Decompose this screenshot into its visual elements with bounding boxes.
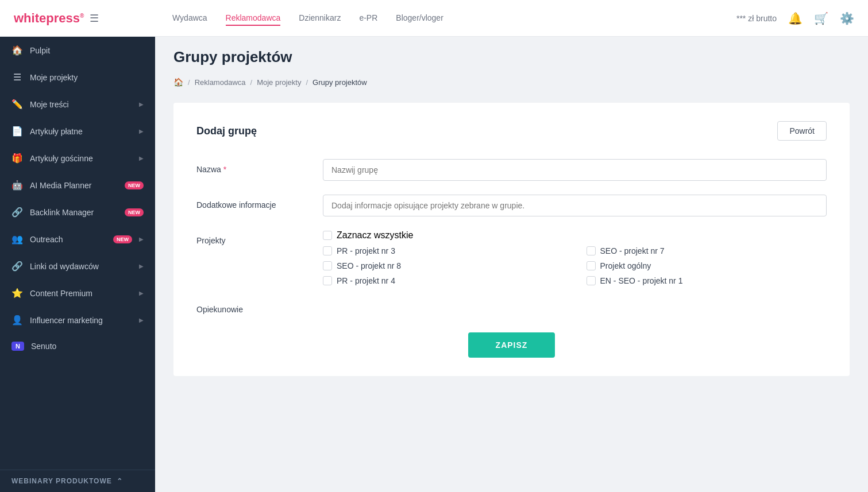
checkbox-select-all[interactable] [323, 231, 332, 240]
badge-new-ai: NEW [125, 181, 144, 189]
sidebar-label-artykuly-platne: Artykuły płatne [30, 127, 132, 136]
nav-epr[interactable]: e-PR [359, 11, 377, 26]
checkbox-en-seo-1-box[interactable] [587, 276, 596, 285]
sidebar-label-ai-media-planner: AI Media Planner [30, 181, 118, 190]
projects-checkbox-grid: Zaznacz wszystkie PR - projekt nr 3 SEO … [323, 230, 827, 285]
layout: 🏠 Pulpit ☰ Moje projekty ✏️ Moje treści … [0, 37, 868, 492]
form-card-header: Dodaj grupę Powrót [196, 121, 827, 141]
arrow-icon: ▶ [139, 236, 144, 242]
breadcrumb: 🏠 / Reklamodawca / Moje projekty / Grupy… [155, 71, 868, 94]
gift-icon: 🎁 [11, 153, 23, 164]
checkbox-all: Zaznacz wszystkie [323, 230, 827, 241]
nav-right: *** zł brutto 🔔 🛒 ⚙️ [736, 11, 854, 25]
sidebar-item-senuto[interactable]: N Senuto [0, 334, 155, 359]
sidebar-label-artykuly-goscinne: Artykuły gościnne [30, 154, 132, 163]
sidebar-label-moje-projekty: Moje projekty [30, 73, 144, 82]
logo-reg: ® [80, 12, 84, 18]
checkbox-seo-7-box[interactable] [587, 246, 596, 255]
sidebar-label-linki: Linki od wydawców [30, 262, 132, 271]
logo: whitepress® ☰ [14, 11, 163, 26]
hamburger-icon[interactable]: ☰ [90, 12, 99, 25]
input-wrap-informacje [323, 195, 827, 216]
list-icon: ☰ [11, 72, 23, 83]
form-card-title: Dodaj grupę [196, 125, 257, 137]
sidebar-label-backlink-manager: Backlink Manager [30, 208, 118, 217]
edit-icon: ✏️ [11, 99, 23, 110]
breadcrumb-current: Grupy projektów [313, 78, 367, 87]
checkbox-pr-3-box[interactable] [323, 246, 332, 255]
sidebar-item-backlink-manager[interactable]: 🔗 Backlink Manager NEW [0, 199, 155, 226]
breadcrumb-reklamodawca[interactable]: Reklamodawca [195, 78, 246, 87]
arrow-icon: ▶ [139, 101, 144, 107]
sidebar-label-senuto: Senuto [31, 342, 144, 351]
label-pr-3: PR - projekt nr 3 [337, 246, 395, 255]
save-button[interactable]: ZAPISZ [468, 332, 555, 358]
page-title: Grupy projektów [173, 48, 292, 66]
checkbox-seo-8: SEO - projekt nr 8 [323, 261, 564, 270]
label-informacje: Dodatkowe informacje [196, 195, 311, 210]
label-en-seo-1: EN - SEO - projekt nr 1 [600, 276, 683, 285]
ai-icon: 🤖 [11, 180, 23, 191]
breadcrumb-sep: / [306, 78, 308, 87]
home-icon[interactable]: 🏠 [173, 78, 183, 87]
checkbox-en-seo-1: EN - SEO - projekt nr 1 [587, 276, 827, 285]
sidebar-label-moje-tresci: Moje treści [30, 100, 132, 109]
cart-icon[interactable]: 🛒 [814, 11, 828, 25]
sidebar: 🏠 Pulpit ☰ Moje projekty ✏️ Moje treści … [0, 37, 155, 492]
sidebar-item-moje-projekty[interactable]: ☰ Moje projekty [0, 64, 155, 91]
nazwa-input[interactable] [323, 159, 827, 181]
arrow-icon: ▶ [139, 317, 144, 323]
nav-dziennikarz[interactable]: Dziennikarz [299, 11, 341, 26]
nav-bloger[interactable]: Bloger/vloger [396, 11, 443, 26]
back-button[interactable]: Powrót [777, 121, 827, 141]
settings-icon[interactable]: ⚙️ [840, 11, 854, 25]
sidebar-item-artykuly-goscinne[interactable]: 🎁 Artykuły gościnne ▶ [0, 145, 155, 172]
arrow-icon: ▶ [139, 290, 144, 296]
checkbox-seo-7: SEO - projekt nr 7 [587, 246, 827, 255]
badge-new-backlink: NEW [125, 208, 144, 216]
input-wrap-nazwa [323, 159, 827, 181]
chevron-up-icon: ⌃ [117, 477, 123, 485]
sidebar-item-ai-media-planner[interactable]: 🤖 AI Media Planner NEW [0, 172, 155, 199]
form-save-row: ZAPISZ [196, 332, 827, 358]
home-icon: 🏠 [11, 45, 23, 56]
logo-text: whitepress® [14, 11, 84, 26]
label-seo-7: SEO - projekt nr 7 [600, 246, 665, 255]
sidebar-item-outreach[interactable]: 👥 Outreach NEW ▶ [0, 226, 155, 253]
label-seo-8: SEO - projekt nr 8 [337, 261, 401, 270]
sidebar-item-artykuly-platne[interactable]: 📄 Artykuły płatne ▶ [0, 118, 155, 145]
checkbox-projekt-ogolny-box[interactable] [587, 261, 596, 270]
form-row-informacje: Dodatkowe informacje [196, 195, 827, 216]
document-icon: 📄 [11, 126, 23, 137]
informacje-input[interactable] [323, 195, 827, 216]
form-row-nazwa: Nazwa * [196, 159, 827, 181]
breadcrumb-sep: / [188, 78, 190, 87]
nav-wydawca[interactable]: Wydawca [172, 11, 207, 26]
webinars-button[interactable]: WEBINARY PRODUKTOWE ⌃ [11, 477, 144, 485]
breadcrumb-moje-projekty[interactable]: Moje projekty [257, 78, 301, 87]
notification-icon[interactable]: 🔔 [788, 11, 803, 25]
label-opiekunowie: Opiekunowie [196, 299, 311, 314]
form-row-projekty: Projekty Zaznacz wszystkie PR - projekt … [196, 230, 827, 285]
logo-press: press [46, 11, 80, 25]
sidebar-item-content-premium[interactable]: ⭐ Content Premium ▶ [0, 280, 155, 307]
label-pr-4: PR - projekt nr 4 [337, 276, 395, 285]
star-icon: ⭐ [11, 288, 23, 299]
label-projekty: Projekty [196, 230, 311, 245]
sidebar-item-linki[interactable]: 🔗 Linki od wydawców ▶ [0, 253, 155, 280]
sidebar-bottom: WEBINARY PRODUKTOWE ⌃ [0, 470, 155, 492]
nav-reklamodawca[interactable]: Reklamodawca [226, 11, 281, 26]
header-area: Grupy projektów 🏠 / Reklamodawca / Moje … [155, 37, 868, 103]
main-content: Grupy projektów 🏠 / Reklamodawca / Moje … [155, 37, 868, 492]
backlink-icon: 🔗 [11, 207, 23, 218]
sidebar-item-pulpit[interactable]: 🏠 Pulpit [0, 37, 155, 64]
label-select-all: Zaznacz wszystkie [337, 230, 413, 241]
sidebar-item-moje-tresci[interactable]: ✏️ Moje treści ▶ [0, 91, 155, 118]
sidebar-label-outreach: Outreach [30, 235, 106, 244]
checkbox-seo-8-box[interactable] [323, 261, 332, 270]
checkbox-pr-4-box[interactable] [323, 276, 332, 285]
form-row-opiekunowie: Opiekunowie [196, 299, 827, 314]
top-navigation: whitepress® ☰ Wydawca Reklamodawca Dzien… [0, 0, 868, 37]
sidebar-item-influencer-marketing[interactable]: 👤 Influencer marketing ▶ [0, 307, 155, 334]
price-badge: *** zł brutto [736, 14, 777, 23]
